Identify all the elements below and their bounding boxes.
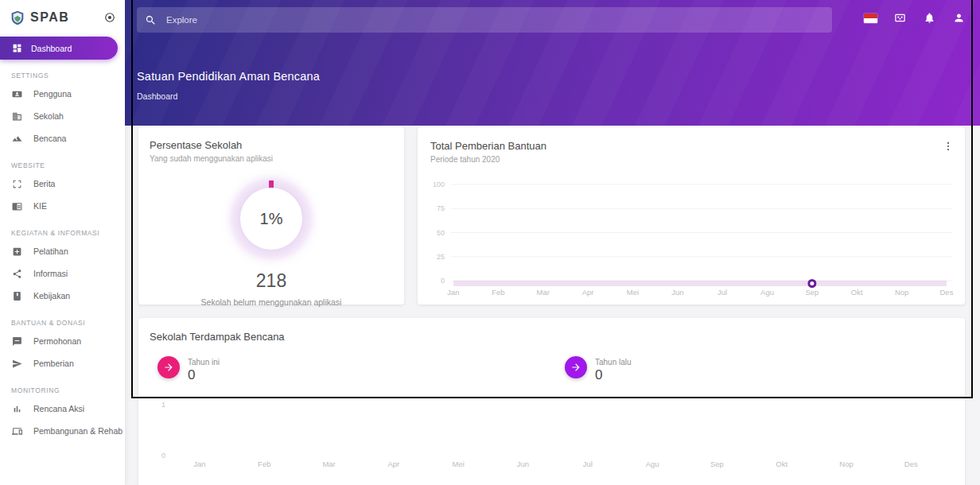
sidebar-item-label: Pembangunan & Rehab: [33, 426, 122, 436]
x-axis-month-label: Mei: [453, 460, 465, 468]
x-axis-month-label: Mei: [627, 288, 639, 297]
sidebar-item-label: Informasi: [33, 269, 68, 278]
sidebar-item-label: Dashboard: [31, 44, 72, 53]
x-axis-month-label: Apr: [582, 288, 594, 297]
sidebar-item-bencana[interactable]: Bencana: [0, 127, 125, 149]
bar-chart-icon: [12, 404, 22, 414]
sidebar-item-rencana-aksi[interactable]: Rencana Aksi: [0, 398, 125, 420]
search-bar[interactable]: [137, 7, 832, 33]
sidebar-item-label: Bencana: [33, 134, 66, 143]
sidebar-section-header: KEGIATAN & INFORMASI: [11, 229, 114, 237]
sidebar-item-pengguna[interactable]: Pengguna: [0, 83, 125, 105]
share-icon: [12, 269, 22, 279]
crop-frame-icon: [12, 179, 22, 189]
sidebar-item-label: Pengguna: [33, 89, 72, 99]
sidebar-item-pelatihan[interactable]: Pelatihan: [0, 240, 125, 262]
sidebar-section-header: MONITORING: [11, 386, 114, 394]
sidebar-item-label: KIE: [33, 201, 47, 211]
x-axis-month-label: Nop: [895, 288, 908, 297]
sidebar-section-header: SETTINGS: [11, 72, 114, 80]
book-icon: [12, 291, 22, 301]
breadcrumb: Dashboard: [137, 91, 177, 101]
indonesia-flag-icon[interactable]: [864, 12, 877, 24]
shield-logo-icon: [11, 10, 24, 25]
sidebar-item-label: Berita: [33, 179, 55, 188]
app-name: SPAB: [30, 10, 104, 25]
card-sekolah-terdampak-bencana: Sekolah Terdampak Bencana Tahun ini 0 Ta…: [138, 318, 965, 485]
donut-chart: 1%: [233, 180, 309, 257]
record-circle-icon[interactable]: [104, 12, 115, 23]
x-axis-month-label: Jan: [447, 288, 459, 297]
x-axis-month-label: Sep: [805, 288, 819, 297]
x-axis-month-label: Apr: [387, 460, 399, 468]
sidebar-item-pemberian[interactable]: Pemberian: [0, 352, 125, 374]
message-icon: [12, 336, 22, 347]
user-card-icon: [12, 89, 22, 99]
x-axis-month-label: Jan: [193, 460, 205, 468]
card-title: Persentase Sekolah: [150, 139, 393, 151]
x-axis-month-label: Agu: [646, 460, 659, 468]
x-axis-month-label: Des: [904, 460, 918, 468]
sidebar-item-label: Pelatihan: [33, 246, 68, 256]
x-axis-month-label: Agu: [760, 288, 774, 297]
card-total-pemberian-bantuan: Total Pemberian Bantuan Periode tahun 20…: [418, 127, 965, 305]
sidebar-item-label: Permohonan: [33, 336, 81, 346]
frame-image-icon[interactable]: [893, 12, 907, 24]
sidebar-item-berita[interactable]: Berita: [0, 173, 125, 195]
sidebar-item-kie[interactable]: KIE: [0, 195, 125, 217]
header-icon-group: [864, 12, 966, 24]
x-axis-month-label: Nop: [839, 460, 853, 468]
devices-icon: [12, 426, 22, 436]
x-axis-month-label: Jun: [517, 460, 529, 468]
y-axis-tick: 0: [145, 452, 165, 460]
sidebar-item-informasi[interactable]: Informasi: [0, 262, 125, 285]
bantuan-line-chart: 0255075100JanFebMarAprMeiJunJulAguSepOkt…: [418, 127, 965, 305]
sidebar-section-header: WEBSITE: [11, 161, 114, 169]
search-input[interactable]: [166, 15, 824, 25]
page-title: Satuan Pendidikan Aman Bencana: [137, 70, 320, 83]
reader-icon: [12, 201, 22, 211]
bell-icon[interactable]: [923, 12, 936, 24]
mountain-icon: [12, 134, 22, 144]
sidebar-item-label: Sekolah: [33, 111, 64, 121]
x-axis-month-label: Feb: [258, 460, 270, 468]
x-axis-month-label: Jun: [671, 288, 683, 297]
x-axis-month-label: Jul: [718, 288, 727, 297]
x-axis-month-label: Mar: [322, 460, 335, 468]
donut-percent-label: 1%: [260, 210, 283, 228]
plus-box-icon: [12, 246, 22, 257]
search-icon: [145, 14, 157, 26]
school-building-icon: [12, 111, 22, 122]
terdampak-chart-axes: 01JanFebMarAprMeiJunJulAguSepOktNopDes: [138, 318, 965, 485]
sidebar-item-label: Kebijakan: [33, 291, 70, 301]
x-axis-month-label: Des: [940, 288, 954, 297]
school-count-caption: Sekolah belum menggunakan aplikasi: [150, 297, 393, 307]
x-axis-month-label: Feb: [492, 288, 504, 297]
x-axis-month-label: Sep: [710, 460, 724, 468]
spab-dashboard-page: Satuan Pendidikan Aman Bencana Dashboard…: [0, 0, 980, 485]
card-subtitle: Yang sudah menggunakan aplikasi: [150, 154, 393, 163]
x-axis-month-label: Okt: [851, 288, 863, 297]
x-axis-month-label: Okt: [776, 460, 788, 468]
sidebar-item-dashboard[interactable]: Dashboard: [0, 37, 118, 60]
y-axis-tick: 1: [145, 401, 165, 409]
header-hero: Satuan Pendidikan Aman Bencana Dashboard: [125, 0, 980, 126]
school-count: 218: [150, 270, 393, 292]
sidebar-item-kebijakan[interactable]: Kebijakan: [0, 285, 125, 307]
sidebar-item-pembangunan-rehab[interactable]: Pembangunan & Rehab: [0, 420, 125, 442]
sidebar-section-header: BANTUAN & DONASI: [11, 319, 114, 327]
dashboard-icon: [12, 43, 22, 53]
sidebar-item-label: Rencana Aksi: [33, 404, 84, 413]
sidebar-item-sekolah[interactable]: Sekolah: [0, 105, 125, 127]
x-axis-month-label: Jul: [583, 460, 593, 468]
sidebar-item-label: Pemberian: [33, 359, 74, 368]
logo-row: SPAB: [0, 0, 125, 35]
card-persentase-sekolah: Persentase Sekolah Yang sudah menggunaka…: [138, 127, 404, 305]
sidebar: SPAB Dashboard SETTINGSPenggunaSekolahBe…: [0, 0, 125, 485]
send-icon: [12, 359, 22, 369]
sidebar-item-permohonan[interactable]: Permohonan: [0, 330, 125, 352]
user-icon[interactable]: [952, 12, 966, 24]
x-axis-month-label: Mar: [537, 288, 550, 297]
